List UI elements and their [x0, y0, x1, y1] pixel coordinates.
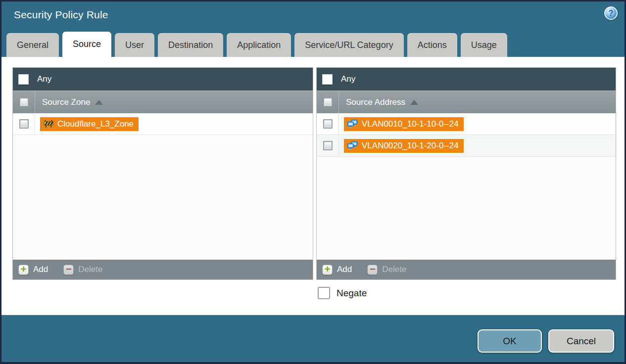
- source-address-select-all-checkbox[interactable]: [323, 97, 333, 107]
- add-plus-icon[interactable]: +: [18, 265, 29, 275]
- source-address-add-button[interactable]: Add: [337, 265, 352, 274]
- row-checkbox[interactable]: [323, 141, 333, 150]
- source-address-any-checkbox[interactable]: [322, 74, 333, 85]
- zone-icon: [44, 120, 53, 128]
- source-address-column-label: Source Address: [346, 97, 405, 107]
- security-policy-rule-dialog: Security Policy Rule ? General Source Us…: [1, 1, 625, 362]
- address-chip-label: VLAN0020_10-1-20-0--24: [362, 141, 459, 151]
- row-checkbox-cell: [317, 135, 339, 156]
- source-address-rows: VLAN0010_10-1-10-0--24: [317, 113, 616, 260]
- tab-service-url-category[interactable]: Service/URL Category: [294, 33, 403, 57]
- address-icon: [347, 141, 358, 150]
- tab-actions[interactable]: Actions: [407, 33, 457, 57]
- source-zone-panel: Any Source Zone: [12, 67, 313, 280]
- tab-destination[interactable]: Destination: [158, 33, 223, 57]
- delete-minus-icon: −: [367, 265, 378, 275]
- source-tab-content: Any Source Zone: [1, 57, 625, 315]
- sort-asc-arrow[interactable]: [410, 100, 418, 105]
- source-address-delete-button[interactable]: − Delete: [367, 265, 406, 275]
- tab-general[interactable]: General: [6, 33, 59, 57]
- source-address-any-header: Any: [317, 68, 616, 91]
- help-icon[interactable]: ?: [604, 6, 618, 20]
- source-zone-delete-label: Delete: [78, 265, 102, 274]
- address-icon: [347, 120, 358, 128]
- source-zone-any-header: Any: [13, 68, 313, 91]
- row-checkbox-cell: [13, 113, 35, 135]
- negate-checkbox[interactable]: [318, 287, 330, 299]
- source-zone-column-header[interactable]: Source Zone: [13, 91, 313, 113]
- tab-source[interactable]: Source: [62, 32, 111, 57]
- source-zone-select-all-checkbox[interactable]: [19, 97, 29, 107]
- source-zone-any-checkbox[interactable]: [18, 74, 29, 85]
- tab-usage[interactable]: Usage: [461, 33, 507, 57]
- ok-button[interactable]: OK: [478, 329, 542, 353]
- table-row[interactable]: Cloudflare_L3_Zone: [13, 113, 313, 135]
- negate-label: Negate: [337, 288, 367, 299]
- source-address-footer: + Add − Delete: [317, 260, 616, 279]
- source-address-column-header[interactable]: Source Address: [317, 91, 616, 113]
- row-checkbox[interactable]: [19, 119, 29, 129]
- table-row[interactable]: VLAN0010_10-1-10-0--24: [317, 113, 616, 135]
- delete-minus-icon: −: [63, 265, 74, 275]
- tab-user[interactable]: User: [115, 33, 154, 57]
- tab-application[interactable]: Application: [227, 33, 291, 57]
- source-zone-select-all-cell: [13, 91, 35, 113]
- zone-chip[interactable]: Cloudflare_L3_Zone: [40, 117, 139, 131]
- table-row[interactable]: VLAN0020_10-1-20-0--24: [317, 135, 616, 157]
- row-checkbox-cell: [317, 113, 339, 135]
- row-checkbox[interactable]: [323, 119, 333, 129]
- source-zone-footer: + Add − Delete: [13, 260, 313, 279]
- zone-chip-label: Cloudflare_L3_Zone: [57, 119, 134, 129]
- address-chip[interactable]: VLAN0010_10-1-10-0--24: [344, 117, 464, 131]
- source-zone-column-label: Source Zone: [42, 97, 90, 107]
- add-plus-icon[interactable]: +: [322, 265, 333, 275]
- address-chip-label: VLAN0010_10-1-10-0--24: [362, 119, 459, 129]
- sort-asc-arrow[interactable]: [95, 100, 103, 105]
- source-address-select-all-cell: [317, 91, 339, 113]
- dialog-title: Security Policy Rule: [14, 9, 108, 21]
- address-chip[interactable]: VLAN0020_10-1-20-0--24: [344, 139, 464, 153]
- source-zone-add-button[interactable]: Add: [33, 265, 48, 274]
- screen: Security Policy Rule ? General Source Us…: [0, 0, 626, 364]
- source-zone-any-label: Any: [37, 74, 51, 84]
- cancel-button[interactable]: Cancel: [548, 329, 614, 353]
- negate-row: Negate: [318, 287, 367, 299]
- tab-bar: General Source User Destination Applicat…: [6, 33, 507, 57]
- source-address-any-label: Any: [341, 74, 355, 84]
- source-address-panel: Any Source Address: [316, 67, 616, 280]
- source-zone-delete-button[interactable]: − Delete: [63, 265, 102, 275]
- source-address-delete-label: Delete: [382, 265, 406, 274]
- source-zone-rows: Cloudflare_L3_Zone: [13, 113, 313, 260]
